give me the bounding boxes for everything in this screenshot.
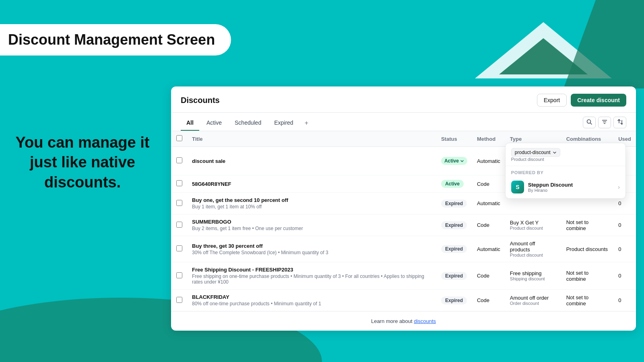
discount-title[interactable]: Buy three, get 30 percent off [192, 243, 431, 249]
sort-button[interactable] [613, 117, 626, 128]
row-method-cell: Code [472, 262, 505, 290]
row-type-cell: Free shipping Shipping discount [505, 262, 561, 290]
status-badge: Expired [441, 221, 467, 229]
row-title-cell: Buy three, get 30 percent off 30% off Th… [187, 236, 436, 262]
row-used-cell: 0 [613, 214, 636, 236]
table-row: Free Shipping Discount - FREESHIP2023 Fr… [171, 262, 636, 290]
row-status-cell: Expired [436, 236, 472, 262]
row-type-cell: Buy X Get Y Product discount [505, 214, 561, 236]
row-status-cell: Active [436, 147, 472, 175]
discount-subtitle: 30% off The Complete Snowboard (Ice) • M… [192, 250, 431, 255]
app-info: Steppun Discount By Hirano [528, 182, 573, 193]
popover-app-left: S Steppun Discount By Hirano [511, 181, 573, 193]
title-bubble: Discount Management Screen [0, 24, 231, 56]
row-title-cell: Free Shipping Discount - FREESHIP2023 Fr… [187, 262, 436, 290]
type-label-text: Buy X Get Y [510, 220, 557, 226]
row-checkbox[interactable] [176, 200, 182, 206]
discounts-table: Title Status Method Type Combinations Us… [171, 131, 636, 311]
header-actions: Export Create discount [537, 94, 626, 107]
tab-expired[interactable]: Expired [268, 117, 299, 131]
row-method-cell: Automatic [472, 147, 505, 175]
col-title: Title [187, 131, 436, 147]
row-checkbox[interactable] [176, 245, 182, 251]
row-combinations-cell: Product discounts [561, 236, 614, 262]
row-used-cell: 0 [613, 236, 636, 262]
powered-by-label: POWERED BY [506, 166, 625, 177]
subtitle-area: You can manage it just like native disco… [4, 133, 161, 192]
row-checkbox[interactable] [176, 272, 182, 278]
export-button[interactable]: Export [537, 94, 567, 107]
type-label-text: Free shipping [510, 270, 557, 276]
row-method-cell: Automatic [472, 236, 505, 262]
row-checkbox[interactable] [176, 180, 182, 186]
tabs-left: All Active Scheduled Expired + [181, 117, 312, 131]
panel-title: Discounts [181, 96, 220, 105]
col-status: Status [436, 131, 472, 147]
table-row: BLACKFRIDAY 80% off one-time purchase pr… [171, 290, 636, 311]
table-row: SUMMERBOGO Buy 2 items, get 1 item free … [171, 214, 636, 236]
row-status-cell: Expired [436, 193, 472, 214]
popover-type-btn[interactable]: product-discount [511, 148, 560, 157]
discount-title[interactable]: 58G640R8YNEF [192, 181, 431, 187]
row-title-cell: SUMMERBOGO Buy 2 items, get 1 item free … [187, 214, 436, 236]
popover-type-label: product-discount [515, 150, 551, 155]
row-method-cell: Code [472, 214, 505, 236]
popover-app-row[interactable]: S Steppun Discount By Hirano › [506, 177, 625, 198]
discount-title[interactable]: Free Shipping Discount - FREESHIP2023 [192, 267, 431, 273]
type-label-text: Amount off order [510, 295, 557, 301]
subtitle-text: You can manage it just like native disco… [4, 133, 161, 192]
row-used-cell: 0 [613, 262, 636, 290]
row-checkbox[interactable] [176, 222, 182, 228]
filter-button[interactable] [598, 117, 611, 128]
discount-title[interactable]: Buy one, get the second 10 percent off [192, 197, 431, 203]
search-button[interactable] [583, 117, 596, 128]
type-label-text: Amount off products [510, 241, 557, 253]
discount-subtitle: Buy 1 item, get 1 item at 10% off [192, 204, 431, 210]
app-by: By Hirano [528, 188, 573, 193]
type-sub-text: Order discount [510, 301, 557, 306]
row-combinations-cell: Not set to combine [561, 214, 614, 236]
select-all-checkbox[interactable] [176, 135, 182, 141]
discount-title[interactable]: discount sale [192, 158, 431, 164]
tab-all[interactable]: All [181, 117, 199, 131]
tabs-row: All Active Scheduled Expired + [171, 113, 636, 131]
status-badge: Expired [441, 200, 467, 208]
row-method-cell: Code [472, 175, 505, 193]
row-checkbox[interactable] [176, 157, 182, 163]
footer-text: Learn more about [371, 318, 414, 324]
table-row: discount sale Active Automatic [171, 147, 636, 175]
svg-line-6 [590, 123, 592, 125]
discounts-panel: Discounts Export Create discount All Act… [171, 86, 636, 331]
row-method-cell: Code [472, 290, 505, 311]
row-type-cell: Amount off products Product discount [505, 236, 561, 262]
row-title-cell: Buy one, get the second 10 percent off B… [187, 193, 436, 214]
row-type-cell: Amount off order Order discount [505, 290, 561, 311]
panel-footer: Learn more about discounts [171, 311, 636, 331]
status-badge: Expired [441, 272, 467, 280]
row-status-cell: Active [436, 175, 472, 193]
status-badge-active-dropdown[interactable]: Active [441, 157, 467, 165]
row-status-cell: Expired [436, 214, 472, 236]
tab-scheduled[interactable]: Scheduled [229, 117, 267, 131]
type-popover: product-discount Product discount POWERE… [505, 143, 626, 199]
discount-title[interactable]: BLACKFRIDAY [192, 294, 431, 300]
type-sub-text: Shipping discount [510, 276, 557, 281]
status-badge: Active [441, 180, 464, 188]
col-method: Method [472, 131, 505, 147]
tab-add[interactable]: + [301, 117, 312, 131]
row-title-cell: discount sale [187, 147, 436, 175]
create-discount-button[interactable]: Create discount [571, 94, 626, 107]
discounts-link[interactable]: discounts [414, 318, 436, 324]
method-text: Automatic [477, 158, 500, 164]
popover-type-top: product-discount Product discount [506, 143, 625, 166]
row-combinations-cell: Not set to combine [561, 262, 614, 290]
row-status-cell: Expired [436, 262, 472, 290]
page-title: Discount Management Screen [8, 31, 215, 48]
popover-type-sub: Product discount [511, 157, 620, 162]
row-checkbox[interactable] [176, 297, 182, 303]
discount-title[interactable]: SUMMERBOGO [192, 219, 431, 225]
row-status-cell: Expired [436, 290, 472, 311]
discount-subtitle: Buy 2 items, get 1 item free • One use p… [192, 226, 431, 231]
tab-active[interactable]: Active [201, 117, 227, 131]
panel-header: Discounts Export Create discount [171, 86, 636, 113]
